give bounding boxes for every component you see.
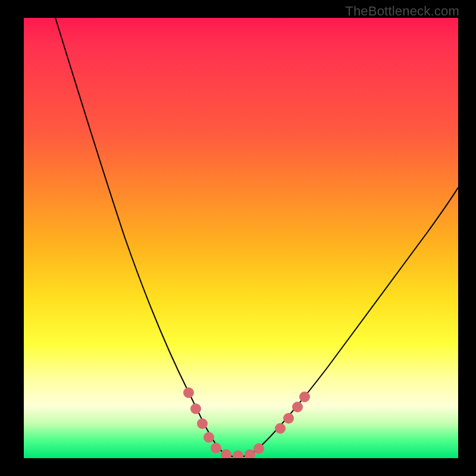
marker-dot [183,387,194,398]
marker-dot [190,403,201,414]
chart-frame: TheBottleneck.com [0,0,476,476]
marker-group [183,387,310,458]
marker-dot [221,449,231,458]
marker-dot [299,392,310,402]
attribution-text: TheBottleneck.com [345,4,459,19]
marker-dot [197,418,208,429]
marker-dot [203,432,214,443]
marker-dot [253,443,264,454]
marker-dot [292,402,303,412]
marker-dot [283,413,294,424]
bottleneck-curve [24,18,458,458]
curve-path [54,18,458,457]
marker-dot [275,423,286,434]
plot-area [24,18,458,458]
marker-dot [233,450,243,458]
marker-dot [211,443,221,453]
marker-dot [245,449,255,458]
